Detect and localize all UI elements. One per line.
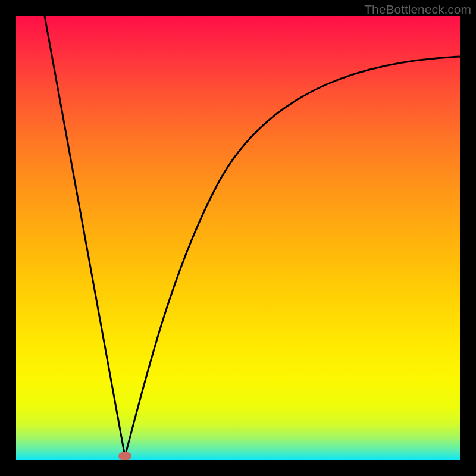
- bottleneck-curve: [16, 16, 460, 460]
- min-marker: [118, 452, 131, 460]
- chart-frame: TheBottleneck.com: [0, 0, 476, 476]
- watermark-text: TheBottleneck.com: [364, 2, 471, 17]
- plot-area: [16, 16, 460, 460]
- curve-path: [45, 16, 460, 456]
